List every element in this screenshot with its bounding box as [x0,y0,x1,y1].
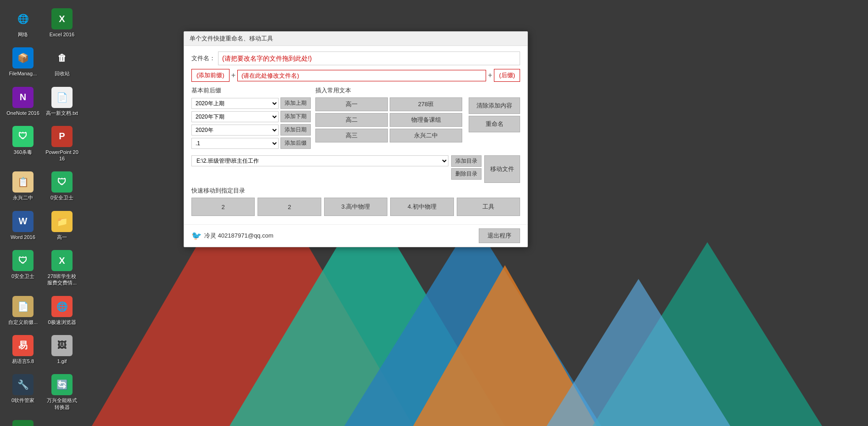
period-select-2[interactable]: 2020年下期 2020年上期 2019年下期 [191,111,279,122]
desktop-icon-360[interactable]: 🛡360杀毒 [5,122,41,166]
icon-label-newdoc: 高一新文档.txt [46,110,78,116]
main-section: 基本前后缀 2020年上期 2020年下期 2019年上期 添加上期 2020年… [191,86,520,151]
filename-input[interactable] [218,51,520,65]
desktop-icon-yongxing[interactable]: 📋永兴二中 [5,168,41,204]
filename-row: 文件名： [191,51,520,65]
quick-btn-1[interactable]: 2 [191,198,255,216]
icon-image-onenote: N [12,87,34,108]
selector-row-4: .1 .2 .3 添加后缀 [191,137,311,149]
text-btns-grid: 高一 278班 高二 物理备课组 高三 永兴二中 [315,97,462,142]
icon-label-filemanag: FileManag... [9,70,37,77]
icon-label-gaoyifolder: 高一 [57,234,67,240]
desktop-icon-filemanag[interactable]: 📦FileManag... [5,44,41,80]
insert-gaosan-btn[interactable]: 高三 [315,129,388,142]
icon-image-360: 🛡 [12,126,34,147]
desktop-icon-360safe2[interactable]: 🛡0安全卫士 [44,168,80,204]
quick-btn-2[interactable]: 2 [258,198,321,216]
quick-btn-5[interactable]: 工具 [457,198,520,216]
desktop-icon-278excel[interactable]: X278班永兴二中高一年级... [5,416,41,426]
icon-label-ppt: PowerPoint 2016 [45,149,78,162]
footer-bird-icon: 🐦 [191,231,202,241]
icon-image-soft: 🔧 [12,374,34,395]
icon-image-gaoyifolder: 📁 [51,211,73,232]
period-select-1[interactable]: 2020年上期 2020年下期 2019年上期 [191,98,279,109]
action-btns-right: 清除添加内容 重命名 [469,97,520,132]
icon-image-zidingyiqianzhui: 📄 [12,296,34,317]
add-lower-btn[interactable]: 添加下期 [280,111,311,122]
desktop-icon-network[interactable]: 🌐网络 [5,5,41,41]
insert-gaoer-btn[interactable]: 高二 [315,113,388,127]
icon-image-278class: X [51,250,73,271]
icon-image-yongxing: 📋 [12,171,34,193]
desktop-icon-onenote[interactable]: NOneNote 2016 [5,83,41,120]
icon-image-wanxing: 🔄 [51,374,73,395]
icon-label-wanxing: 万兴全能格式转换器 [45,397,78,410]
directory-select[interactable]: E:\2.班级管理\班主任工作 [191,155,448,166]
icon-label-excel2016: Excel 2016 [50,31,74,38]
icon-image-1gif: 🖼 [51,335,73,356]
desktop-icon-1gif[interactable]: 🖼1.gif [44,331,80,368]
desktop-icon-word2016[interactable]: WWord 2016 [5,207,41,244]
quick-btn-3[interactable]: 3.高中物理 [324,198,387,216]
icon-image-0safe: 🛡 [12,250,34,271]
exit-btn[interactable]: 退出程序 [479,228,520,243]
add-suffix-button[interactable]: (后缀) [494,69,520,82]
desktop-icon-soft[interactable]: 🔧0软件管家 [5,370,41,414]
desktop-icon-360browser[interactable]: 🌐0极速浏览器 [44,292,80,329]
desktop-icon-newdoc[interactable]: 📄高一新文档.txt [44,83,80,120]
plus-sign-1: + [231,71,235,80]
year-select[interactable]: 2020年 2019年 2021年 [191,125,279,136]
desktop-icon-zidingyiqianzhui[interactable]: 📄自定义前缀... [5,292,41,329]
desktop-icon-easylang[interactable]: 易易语言5.8 [5,331,41,368]
add-prefix-button[interactable]: (添加前缀) [191,69,230,82]
insert-gaoyiban-btn[interactable]: 高一 [315,97,388,111]
desktop-icon-278class[interactable]: X278班学生校服费交费情... [44,246,80,290]
insert-text-title: 插入常用文本 [315,86,520,95]
desktop-icon-ppt[interactable]: PPowerPoint 2016 [44,122,80,166]
directory-section: E:\2.班级管理\班主任工作 添加目录 删除目录 移动文件 [191,155,520,183]
selector-row-3: 2020年 2019年 2021年 添加日期 [191,124,311,136]
icon-label-0safe: 0安全卫士 [11,273,34,279]
icon-label-word2016: Word 2016 [11,234,35,240]
icon-label-360safe2: 0安全卫士 [50,194,73,201]
icon-label-soft: 0软件管家 [11,397,34,403]
icon-image-278excel: X [12,420,34,426]
icon-image-word2016: W [12,211,34,232]
clear-add-btn[interactable]: 清除添加内容 [469,97,520,114]
icon-label-360browser: 0极速浏览器 [48,319,76,325]
quick-btn-4[interactable]: 4.初中物理 [390,198,454,216]
desktop-icon-recycle[interactable]: 🗑回收站 [44,44,80,80]
insert-wulibeikezu-btn[interactable]: 物理备课组 [390,113,462,127]
icon-image-360browser: 🌐 [51,296,73,317]
desktop-icon-gaoyifolder[interactable]: 📁高一 [44,207,80,244]
selector-row-2: 2020年下期 2020年上期 2019年下期 添加下期 [191,111,311,122]
insert-278ban-btn[interactable]: 278班 [390,97,462,111]
desktop-icons-area: 🌐网络XExcel 2016📦FileManag...🗑回收站NOneNote … [0,0,101,426]
dialog-body: 文件名： (添加前缀) + + (后缀) 基本前后缀 2020年上期 2020年… [184,46,527,224]
add-dir-btn[interactable]: 添加目录 [451,155,482,167]
icon-label-yongxing: 永兴二中 [13,194,33,201]
dialog-footer: 🐦 冷灵 402187971@qq.com 退出程序 [184,224,527,247]
desktop-icon-0safe[interactable]: 🛡0安全卫士 [5,246,41,290]
text-buttons-area: 高一 278班 高二 物理备课组 高三 永兴二中 [315,97,462,145]
right-section: 高一 278班 高二 物理备课组 高三 永兴二中 清除添加内容 重命名 [315,97,520,145]
add-suffix-seq-btn[interactable]: 添加后缀 [280,137,311,149]
del-dir-btn[interactable]: 删除目录 [451,168,482,180]
insert-yongxing-btn[interactable]: 永兴二中 [390,129,462,142]
rename-btn[interactable]: 重命名 [469,116,520,132]
icon-image-ppt: P [51,126,73,147]
desktop-icon-excel2016[interactable]: XExcel 2016 [44,5,80,41]
name-edit-input[interactable] [237,70,486,81]
icon-image-newdoc: 📄 [51,87,73,108]
desktop-icon-wanxing[interactable]: 🔄万兴全能格式转换器 [44,370,80,414]
add-upper-btn[interactable]: 添加上期 [280,97,311,109]
icon-image-easylang: 易 [12,335,34,356]
dir-buttons: 添加目录 删除目录 [451,155,482,180]
dialog-title: 单个文件快捷重命名、移动工具 [190,34,273,43]
add-date-btn[interactable]: 添加日期 [280,124,311,136]
move-file-btn[interactable]: 移动文件 [484,155,520,183]
quick-move-section: 快速移动到指定目录 2 2 3.高中物理 4.初中物理 工具 [191,187,520,216]
suffix-select[interactable]: .1 .2 .3 [191,138,279,149]
icon-label-1gif: 1.gif [57,358,67,364]
footer-text: 冷灵 402187971@qq.com [204,232,274,240]
